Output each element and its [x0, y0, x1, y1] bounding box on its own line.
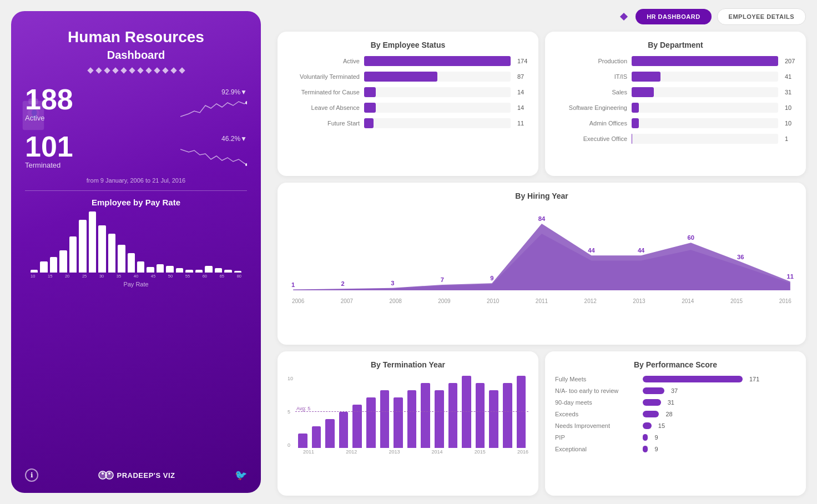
dept-bar-track	[632, 134, 778, 144]
right-panel: HR DASHBOARD EMPLOYEE DETAILS By Employe…	[272, 0, 817, 504]
pay-bar	[108, 234, 115, 273]
perf-value: 15	[658, 422, 665, 429]
perf-value: 9	[654, 434, 658, 441]
decorative-dots	[25, 68, 247, 73]
perf-bar	[643, 446, 648, 452]
hiring-x-label: 2011	[536, 298, 548, 304]
pay-bar	[59, 250, 67, 273]
pay-x-labels: 10152025303540455055606580	[25, 274, 247, 279]
term-bar-col	[312, 426, 321, 448]
twitter-icon[interactable]: 🐦	[235, 469, 247, 481]
pay-rate-chart: 10152025303540455055606580 Pay Rate	[25, 211, 247, 463]
perf-value: 9	[654, 446, 658, 452]
pay-bar	[98, 225, 105, 273]
performance-title: By Performance Score	[555, 360, 796, 369]
pay-x-label: 80	[237, 274, 241, 279]
perf-bar	[643, 399, 661, 406]
hiring-x-label: 2006	[292, 298, 304, 304]
dept-bar-value: 10	[785, 120, 796, 127]
pay-bar	[185, 270, 193, 273]
hiring-x-label: 2009	[438, 298, 450, 304]
status-bar-fill	[364, 72, 437, 82]
pay-bar	[157, 264, 164, 273]
perf-bar	[643, 422, 652, 429]
status-bar-fill	[364, 87, 376, 97]
brand-name: Pradeep's Viz	[117, 471, 175, 480]
status-bar-row: Voluntarily Terminated 87	[288, 72, 528, 82]
pay-bar	[89, 211, 96, 273]
dept-bar-value: 1	[785, 135, 796, 142]
dept-bar-track	[632, 72, 778, 82]
dept-bar-label: Sales	[555, 89, 627, 95]
terminated-count: 101	[25, 132, 73, 161]
term-y-label: 5	[288, 409, 293, 415]
dept-bar-label: Admin Offices	[555, 120, 627, 127]
term-bar-col	[503, 383, 512, 448]
employee-status-card: By Employee Status Active 174 Voluntaril…	[278, 32, 538, 176]
date-range: from 9 January, 2006 to 21 Jul, 2016	[25, 177, 247, 184]
pay-bar	[118, 245, 125, 273]
info-icon[interactable]: ℹ	[25, 468, 38, 482]
dept-bar-value: 10	[785, 104, 796, 111]
pay-x-label: 15	[48, 274, 52, 279]
perf-value: 171	[749, 376, 759, 382]
svg-text:44: 44	[588, 247, 595, 254]
svg-text:60: 60	[687, 234, 694, 241]
active-pct: 92.9%▼	[221, 88, 247, 96]
term-bar-col	[476, 383, 485, 448]
svg-text:44: 44	[638, 247, 645, 254]
status-bar-label: Active	[288, 58, 360, 64]
perf-bar-row: PIP 9	[555, 434, 796, 441]
status-bar-track	[364, 87, 511, 97]
status-bar-row: Future Start 11	[288, 118, 528, 128]
hr-dashboard-btn[interactable]: HR DASHBOARD	[636, 9, 711, 24]
term-bar-col	[448, 383, 458, 448]
hiring-chart-container: 12379844444603611	[288, 207, 796, 296]
bottom-charts-row: By Termination Year 1050 Avg: 5 20112012…	[278, 351, 806, 496]
top-charts-row: By Employee Status Active 174 Voluntaril…	[278, 32, 806, 176]
performance-score-card: By Performance Score Fully Meets 171 N/A…	[545, 351, 806, 496]
perf-bar-row: Fully Meets 171	[555, 376, 796, 382]
employee-status-title: By Employee Status	[288, 41, 528, 49]
dept-bar-fill	[632, 118, 639, 128]
term-bar	[489, 390, 498, 448]
pay-bar	[147, 267, 154, 273]
pay-bar	[137, 261, 144, 273]
department-title: By Department	[555, 41, 796, 49]
pay-x-label: 30	[99, 274, 104, 279]
dept-bar-track	[632, 87, 778, 97]
term-y-labels: 1050	[288, 376, 293, 448]
pay-bar	[195, 270, 203, 273]
term-bar	[352, 405, 362, 448]
term-x-label: 2011	[303, 449, 314, 455]
pay-bar	[31, 270, 38, 273]
perf-label: Fully Meets	[555, 376, 638, 382]
perf-bar-row: Exceeds 28	[555, 411, 796, 417]
terminated-stat: 101 Terminated	[25, 132, 73, 169]
perf-label: Exceeds	[555, 411, 638, 417]
status-bar-label: Terminated for Cause	[288, 89, 360, 95]
status-bar-label: Future Start	[288, 120, 360, 127]
pay-x-label: 45	[151, 274, 155, 279]
employee-details-btn[interactable]: EMPLOYEE DETAILS	[717, 8, 806, 25]
dept-bar-row: Production 207	[555, 56, 796, 66]
pay-bar	[128, 253, 135, 273]
hiring-x-label: 2016	[779, 298, 791, 304]
term-x-label: 2012	[346, 449, 357, 455]
svg-text:84: 84	[538, 215, 546, 222]
termination-year-card: By Termination Year 1050 Avg: 5 20112012…	[278, 351, 538, 496]
bottom-bar: ℹ Pradeep's Viz 🐦	[25, 463, 247, 482]
term-bar	[448, 383, 458, 448]
term-x-labels: 201120122013201420152016	[288, 449, 528, 455]
panel-title: Human Resources	[25, 28, 247, 47]
status-bar-label: Leave of Absence	[288, 104, 360, 111]
pay-x-label: 35	[117, 274, 121, 279]
svg-text:9: 9	[490, 275, 493, 281]
dept-bar-row: Executive Office 1	[555, 134, 796, 144]
term-bar-col	[421, 383, 430, 448]
hiring-year-title: By Hiring Year	[288, 191, 796, 200]
panel-subtitle: Dashboard	[25, 49, 247, 62]
nav-diamond	[620, 13, 628, 21]
dept-bar-label: Software Engineering	[555, 104, 627, 111]
hiring-x-label: 2015	[730, 298, 743, 304]
